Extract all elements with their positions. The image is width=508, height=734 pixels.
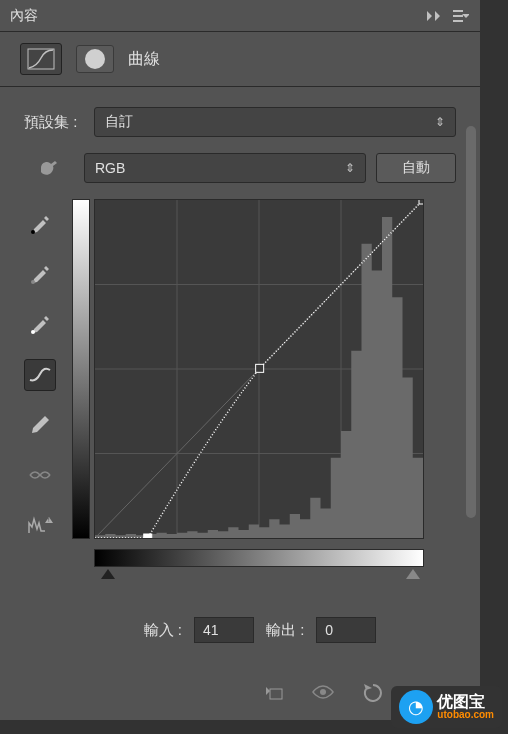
watermark-logo-icon: ◔ (399, 690, 433, 724)
svg-point-16 (320, 689, 326, 695)
layer-mask-icon[interactable] (76, 45, 114, 73)
curve-edit-icon[interactable] (24, 359, 56, 391)
output-field[interactable]: 0 (316, 617, 376, 643)
preset-dropdown[interactable]: 自訂 ⇕ (94, 107, 456, 137)
reset-icon[interactable] (360, 679, 386, 705)
scrollbar[interactable] (466, 126, 476, 518)
svg-point-2 (31, 280, 35, 284)
auto-button[interactable]: 自動 (376, 153, 456, 183)
svg-rect-14 (419, 200, 423, 204)
svg-point-1 (31, 230, 35, 234)
eyedropper-black-icon[interactable] (24, 209, 56, 241)
visibility-icon[interactable] (310, 679, 336, 705)
channel-value: RGB (95, 160, 125, 176)
pencil-icon[interactable] (24, 409, 56, 441)
chevron-updown-icon: ⇕ (345, 161, 355, 175)
black-point-slider[interactable] (101, 569, 115, 579)
curves-graph[interactable] (94, 199, 424, 539)
clip-to-layer-icon[interactable] (260, 679, 286, 705)
svg-rect-15 (270, 689, 282, 699)
panel-title: 內容 (10, 7, 418, 25)
clip-warning-icon[interactable]: ! (24, 509, 56, 541)
channel-dropdown[interactable]: RGB ⇕ (84, 153, 366, 183)
eyedropper-white-icon[interactable] (24, 309, 56, 341)
output-label: 輸出 : (266, 621, 304, 640)
eyedropper-gray-icon[interactable] (24, 259, 56, 291)
preset-value: 自訂 (105, 113, 133, 131)
preset-label: 預設集 : (24, 113, 84, 132)
svg-rect-12 (144, 534, 152, 538)
input-field[interactable]: 41 (194, 617, 254, 643)
adjustment-curves-icon[interactable] (20, 43, 62, 75)
curve-tools: ! (24, 199, 64, 599)
svg-rect-13 (256, 364, 264, 372)
panel-menu-icon[interactable] (452, 7, 470, 25)
chevron-updown-icon: ⇕ (435, 115, 445, 129)
collapse-icon[interactable] (426, 7, 444, 25)
output-gradient (72, 199, 90, 539)
adjustment-name: 曲線 (128, 49, 160, 70)
watermark: ◔ 优图宝 utobao.com (391, 686, 502, 728)
svg-point-3 (31, 330, 35, 334)
white-point-slider[interactable] (406, 569, 420, 579)
smooth-icon[interactable] (24, 459, 56, 491)
targeted-adjust-icon[interactable] (24, 153, 74, 183)
input-gradient (94, 549, 424, 567)
input-label: 輸入 : (144, 621, 182, 640)
